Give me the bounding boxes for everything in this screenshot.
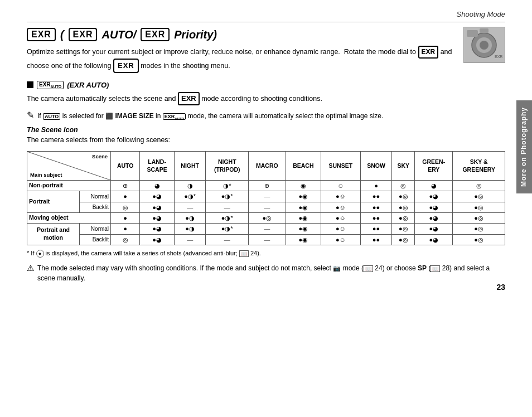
cell-pmn-sky: ●◎ bbox=[392, 224, 415, 234]
cell-np-auto: ⊕ bbox=[111, 181, 140, 191]
cell-pmn-macro: — bbox=[249, 224, 286, 234]
cell-pmb-sunset: ●☺ bbox=[321, 234, 360, 245]
cell-pmn-sunset: ●☺ bbox=[321, 224, 360, 234]
exr-logo-box: EXR bbox=[27, 28, 56, 41]
table-row: Moving object ● ●◕ ●◑ ●◑* ●◎ ●◉ ●☺ ●● ●◎… bbox=[27, 212, 505, 223]
cell-np-sunset: ☺ bbox=[321, 181, 360, 191]
cell-pmb-night: — bbox=[174, 234, 206, 245]
exr-auto-small-box: EXRAUTO bbox=[37, 81, 64, 89]
cell-mo-macro: ●◎ bbox=[249, 212, 286, 223]
cell-pmn-night: ●◑ bbox=[174, 224, 206, 234]
cell-pb-greenery: ●◕ bbox=[415, 202, 453, 212]
col-night-tripod: NIGHT(TRIPOD) bbox=[206, 152, 249, 181]
cell-pmn-landscape: ●◕ bbox=[140, 224, 175, 234]
cell-pn-night: ●◑* bbox=[174, 191, 206, 202]
cell-pmb-sky: ●◎ bbox=[392, 234, 415, 245]
diag-subject-label: Main subject bbox=[30, 172, 62, 178]
warning-icon: ⚠ bbox=[27, 263, 34, 273]
cell-np-skygreen: ◎ bbox=[453, 181, 505, 191]
subject-pm-normal: Normal bbox=[80, 224, 111, 234]
col-beach: BEACH bbox=[286, 152, 321, 181]
svg-point-3 bbox=[480, 41, 489, 50]
cell-np-night: ◑ bbox=[174, 181, 206, 191]
svg-text:EXR: EXR bbox=[495, 55, 502, 59]
cell-pb-skygreen: ●◎ bbox=[453, 202, 505, 212]
cell-pn-macro: — bbox=[249, 191, 286, 202]
black-square-icon bbox=[27, 81, 33, 88]
cell-mo-auto: ● bbox=[111, 212, 140, 223]
cell-pmb-macro: — bbox=[249, 234, 286, 245]
col-greenery: GREEN-ERY bbox=[415, 152, 453, 181]
note-icon: ✎ bbox=[27, 110, 34, 120]
cell-pb-sky: ●◎ bbox=[392, 202, 415, 212]
cell-pb-landscape: ●◕ bbox=[140, 202, 175, 212]
cell-np-sky: ◎ bbox=[392, 181, 415, 191]
cell-pmb-nighttripod: — bbox=[206, 234, 249, 245]
subject-pm-backlit: Backlit bbox=[80, 234, 111, 245]
subject-portrait-backlit: Backlit bbox=[80, 202, 111, 212]
cell-pn-landscape: ●◕ bbox=[140, 191, 175, 202]
camera-image: EXR bbox=[463, 27, 505, 63]
cell-pn-sky: ●◎ bbox=[392, 191, 415, 202]
cell-np-nighttripod: ◑* bbox=[206, 181, 249, 191]
cell-pmn-snow: ●● bbox=[360, 224, 392, 234]
cell-pn-nighttripod: ●◑* bbox=[206, 191, 249, 202]
cell-pmb-landscape: ●◕ bbox=[140, 234, 175, 245]
note-text: If AUTO is selected for ⬛ IMAGE SIZE in … bbox=[37, 111, 383, 122]
col-sunset: SUNSET bbox=[321, 152, 360, 181]
cell-mo-greenery: ●◕ bbox=[415, 212, 453, 223]
table-header-row: Scene Main subject AUTO LAND-SCAPE NIGHT… bbox=[27, 152, 505, 181]
intro-text: Optimize settings for your current subje… bbox=[27, 46, 505, 73]
cell-pmn-greenery: ●◕ bbox=[415, 224, 453, 234]
table-row: Portrait Normal ● ●◕ ●◑* ●◑* — ●◉ ●☺ ●● … bbox=[27, 191, 505, 202]
note-section: ✎ If AUTO is selected for ⬛ IMAGE SIZE i… bbox=[27, 111, 505, 122]
scene-table: Scene Main subject AUTO LAND-SCAPE NIGHT… bbox=[27, 151, 505, 245]
col-snow: SNOW bbox=[360, 152, 392, 181]
cell-pb-macro: — bbox=[249, 202, 286, 212]
warning-section: ⚠ The mode selected may vary with shooti… bbox=[27, 263, 505, 283]
subject-portrait-normal: Normal bbox=[80, 191, 111, 202]
subject-portrait-motion: Portrait andmotion bbox=[27, 224, 80, 245]
scene-icon-heading: The Scene Icon bbox=[27, 126, 505, 134]
header-title: Shooting Mode bbox=[457, 10, 505, 18]
col-auto: AUTO bbox=[111, 152, 140, 181]
exr-auto-label: (EXR AUTO) bbox=[67, 81, 109, 89]
cell-mo-nighttripod: ●◑* bbox=[206, 212, 249, 223]
cell-mo-beach: ●◉ bbox=[286, 212, 321, 223]
cell-mo-night: ●◑ bbox=[174, 212, 206, 223]
cell-pmn-skygreen: ●◎ bbox=[453, 224, 505, 234]
cell-pmb-auto: ◎ bbox=[111, 234, 140, 245]
col-macro: MACRO bbox=[249, 152, 286, 181]
cell-pb-nighttripod: — bbox=[206, 202, 249, 212]
svg-rect-5 bbox=[480, 28, 489, 33]
col-landscape: LAND-SCAPE bbox=[140, 152, 175, 181]
cell-pn-auto: ● bbox=[111, 191, 140, 202]
cell-mo-skygreen: ●◎ bbox=[453, 212, 505, 223]
cell-mo-snow: ●● bbox=[360, 212, 392, 223]
cell-pn-beach: ●◉ bbox=[286, 191, 321, 202]
scene-table-container: Scene Main subject AUTO LAND-SCAPE NIGHT… bbox=[27, 151, 505, 245]
table-row: Portrait andmotion Normal ● ●◕ ●◑ ●◑* — … bbox=[27, 224, 505, 234]
cell-mo-sunset: ●☺ bbox=[321, 212, 360, 223]
exr-priority-box: EXR bbox=[141, 28, 170, 41]
cell-pmb-skygreen: ●◎ bbox=[453, 234, 505, 245]
page-header: Shooting Mode bbox=[27, 10, 505, 22]
sidebar-label: More on Photography bbox=[516, 100, 532, 193]
subject-portrait: Portrait bbox=[27, 191, 80, 213]
col-sky-greenery: SKY &GREENERY bbox=[453, 152, 505, 181]
cell-np-landscape: ◕ bbox=[140, 181, 175, 191]
footer-note: * If ● is displayed, the camera will tak… bbox=[27, 250, 505, 258]
table-row: Backlit ◎ ●◕ — — — ●◉ ●☺ ●● ●◎ ●◕ ●◎ bbox=[27, 202, 505, 212]
cell-pn-greenery: ●◕ bbox=[415, 191, 453, 202]
col-sky: SKY bbox=[392, 152, 415, 181]
diag-header-cell: Scene Main subject bbox=[27, 152, 111, 181]
cell-pmn-auto: ● bbox=[111, 224, 140, 234]
warning-text: The mode selected may vary with shooting… bbox=[37, 263, 505, 283]
table-row: Non-portrait ⊕ ◕ ◑ ◑* ⊕ ◉ ☺ ● ◎ ◕ ◎ bbox=[27, 181, 505, 191]
scene-icon-body: The camera selects from the following sc… bbox=[27, 135, 505, 146]
exr-auto-box: EXR bbox=[69, 28, 98, 41]
cell-pb-sunset: ●☺ bbox=[321, 202, 360, 212]
cell-pmb-beach: ●◉ bbox=[286, 234, 321, 245]
col-night: NIGHT bbox=[174, 152, 206, 181]
table-row: Backlit ◎ ●◕ — — — ●◉ ●☺ ●● ●◎ ●◕ ●◎ bbox=[27, 234, 505, 245]
